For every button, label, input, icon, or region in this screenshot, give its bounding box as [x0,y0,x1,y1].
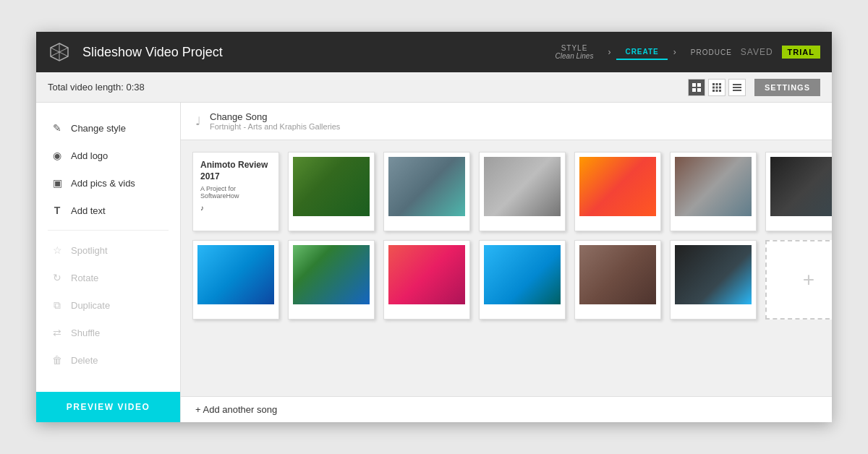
title-card-text: Animoto Review 2017 [200,160,271,182]
photo-coral-img [388,245,465,304]
photo-card-manatee[interactable] [383,152,470,231]
sidebar: ✎ Change style ◉ Add logo ▣ Add pics & v… [36,103,181,422]
sub-header: Total video length: 0:38 SETTINGS [36,72,832,103]
title-card[interactable]: Animoto Review 2017 A Project for Softwa… [192,152,279,231]
header-right: SAVED TRIAL [741,46,820,59]
song-bar[interactable]: ♩ Change Song Fortnight - Arts and Kraph… [181,103,832,140]
photo-manatee-img [388,157,465,216]
svg-rect-8 [712,83,715,85]
photo-boat-img [675,245,752,304]
trial-badge[interactable]: TRIAL [782,46,820,59]
svg-rect-4 [692,83,696,87]
photo-starfish-img [579,157,656,216]
duplicate-icon: ⧉ [51,299,64,312]
delete-icon: 🗑 [51,354,64,367]
app-logo [48,40,71,64]
view-list[interactable] [728,79,746,96]
photo-rocks-img [579,245,656,304]
photo-card-starfish[interactable] [574,152,661,231]
sidebar-item-spotlight: ☆ Spotlight [36,236,180,264]
photo-card-seaweed[interactable] [288,152,375,231]
nav-chevron-1: › [608,47,610,57]
add-plus-icon: + [803,268,814,291]
sidebar-item-rotate: ↻ Rotate [36,264,180,291]
photo-card-dark1[interactable] [765,152,832,231]
content-area: ♩ Change Song Fortnight - Arts and Kraph… [181,103,832,422]
photo-row-2: + [192,240,820,320]
view-grid-medium[interactable] [708,79,726,96]
svg-rect-15 [715,90,718,92]
change-style-icon: ✎ [51,121,64,134]
project-title: Slideshow Video Project [82,45,547,60]
add-logo-icon: ◉ [51,149,64,162]
view-controls [688,79,746,96]
photo-grid: Animoto Review 2017 A Project for Softwa… [181,140,832,396]
preview-video-button[interactable]: PREVIEW VIDEO [36,392,180,422]
photo-dandelion-img [484,157,561,216]
sidebar-item-add-pics[interactable]: ▣ Add pics & vids [36,169,180,197]
song-info: Change Song Fortnight - Arts and Kraphis… [210,111,340,131]
photo-seaweed-img [293,157,370,216]
svg-rect-13 [719,86,721,88]
sidebar-item-delete: 🗑 Delete [36,346,180,374]
svg-rect-10 [719,83,721,85]
rotate-icon: ↻ [51,271,64,284]
spotlight-icon: ☆ [51,244,64,257]
svg-rect-14 [712,90,715,92]
shuffle-icon: ⇄ [51,326,64,339]
title-card-subtitle: A Project for SoftwareHow [200,185,271,200]
sidebar-item-add-text[interactable]: T Add text [36,197,180,224]
photo-blue-img [484,245,561,304]
sidebar-item-shuffle: ⇄ Shuffle [36,319,180,346]
photo-palms-img [293,245,370,304]
sidebar-item-change-style[interactable]: ✎ Change style [36,114,180,142]
sidebar-divider [48,230,169,231]
sidebar-item-duplicate: ⧉ Duplicate [36,291,180,319]
music-icon: ♩ [195,114,201,128]
add-photo-card[interactable]: + [765,240,832,320]
svg-rect-18 [733,87,741,88]
sidebar-item-add-logo[interactable]: ◉ Add logo [36,142,180,169]
photo-card-dandelion[interactable] [479,152,566,231]
svg-rect-9 [715,83,718,85]
title-card-icon: ♪ [200,204,271,212]
svg-rect-16 [719,90,721,92]
photo-row-1: Animoto Review 2017 A Project for Softwa… [192,152,820,231]
photo-crab-img [675,157,752,216]
saved-text: SAVED [741,47,773,57]
svg-rect-7 [697,88,701,92]
video-length: Total video length: 0:38 [48,82,688,93]
svg-rect-5 [697,83,701,87]
svg-rect-12 [715,86,718,88]
main-content: ✎ Change style ◉ Add logo ▣ Add pics & v… [36,103,832,422]
svg-rect-17 [733,84,741,85]
photo-card-crab[interactable] [670,152,757,231]
song-subtitle: Fortnight - Arts and Kraphis Galleries [210,122,340,131]
sidebar-menu: ✎ Change style ◉ Add logo ▣ Add pics & v… [36,103,180,392]
photo-card-rocks[interactable] [574,240,661,320]
photo-card-boat[interactable] [670,240,757,320]
nav-step-style[interactable]: STYLE Clean Lines [547,41,603,63]
photo-card-palms[interactable] [288,240,375,320]
photo-card-pier[interactable] [192,240,279,320]
nav-chevron-2: › [673,47,676,57]
add-song-bar[interactable]: + Add another song [181,396,832,422]
nav-step-create[interactable]: CREATE [616,45,667,60]
add-text-icon: T [51,204,64,217]
svg-rect-19 [733,90,741,91]
song-title: Change Song [210,111,340,122]
svg-rect-11 [712,86,715,88]
photo-card-coral[interactable] [383,240,470,320]
photo-pier-img [197,245,274,304]
view-grid-large[interactable] [688,79,705,96]
nav-step-produce[interactable]: PRODUCE [682,46,741,59]
nav-steps: STYLE Clean Lines › CREATE › PRODUCE [547,41,741,63]
photo-card-blue[interactable] [479,240,566,320]
photo-dark1-img [770,157,832,216]
svg-rect-6 [692,88,696,92]
add-pics-icon: ▣ [51,176,64,189]
settings-button[interactable]: SETTINGS [754,79,820,96]
